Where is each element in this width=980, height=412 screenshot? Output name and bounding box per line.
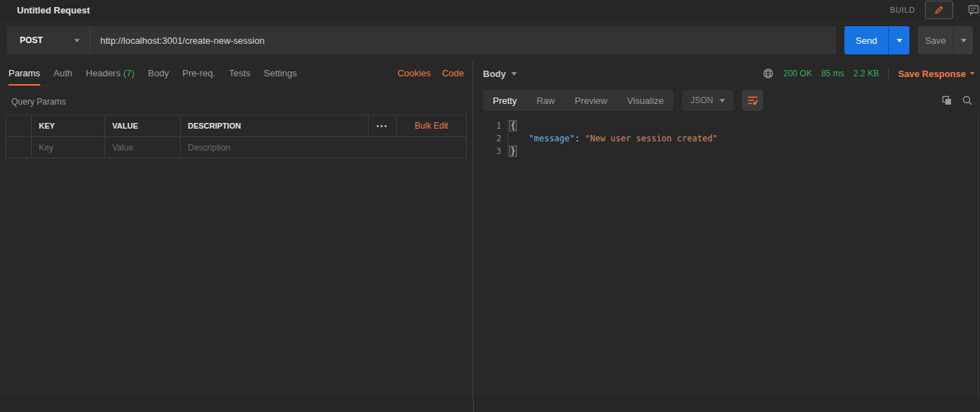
cookies-link[interactable]: Cookies: [398, 68, 431, 78]
save-button[interactable]: Save: [918, 26, 953, 54]
code-line: 2 "message": "New user session created": [473, 132, 980, 145]
column-header-description: DESCRIPTION: [181, 115, 369, 136]
request-panel: Params Auth Headers (7) Body Pre-req. Te…: [0, 61, 473, 412]
format-dropdown[interactable]: JSON: [682, 90, 734, 111]
bottom-status-strip: [0, 398, 980, 412]
response-time: 85 ms: [821, 69, 844, 78]
table-header-row: KEY VALUE DESCRIPTION ••• Bulk Edit: [6, 115, 466, 136]
send-button[interactable]: Send: [844, 26, 888, 54]
response-toolbar: Pretty Raw Preview Visualize JSON: [473, 86, 980, 114]
method-selector[interactable]: POST: [7, 26, 90, 54]
app-header: Untitled Request BUILD: [0, 0, 980, 20]
chevron-down-icon: [74, 39, 80, 42]
param-description-input[interactable]: [188, 143, 459, 153]
save-split-button: Save: [918, 26, 973, 54]
copy-button[interactable]: [941, 95, 952, 106]
tab-auth[interactable]: Auth: [54, 61, 73, 86]
column-header-key: KEY: [32, 115, 105, 136]
pencil-icon: [933, 4, 945, 16]
send-options-button[interactable]: [888, 26, 909, 54]
url-input[interactable]: [90, 35, 836, 46]
view-mode-tabs: Pretty Raw Preview Visualize: [483, 90, 674, 111]
method-label: POST: [20, 35, 43, 45]
line-number: 1: [473, 119, 501, 132]
divider: [888, 69, 889, 79]
code-link[interactable]: Code: [442, 68, 464, 78]
request-tabs: Params Auth Headers (7) Body Pre-req. Te…: [0, 61, 472, 86]
tab-body[interactable]: Body: [148, 61, 169, 86]
code-line: 1 {: [473, 119, 980, 132]
query-params-table: KEY VALUE DESCRIPTION ••• Bulk Edit: [6, 114, 467, 158]
bulk-edit-button[interactable]: Bulk Edit: [397, 115, 466, 136]
line-number: 2: [473, 132, 501, 145]
tab-pre-request[interactable]: Pre-req.: [182, 61, 215, 86]
page-title: Untitled Request: [17, 5, 90, 16]
headers-count-badge: (7): [124, 68, 135, 78]
tab-tests[interactable]: Tests: [229, 61, 250, 86]
column-header-value: VALUE: [105, 115, 181, 136]
table-row: [6, 136, 466, 158]
response-body-editor[interactable]: 1 { 2 "message": "New user session creat…: [473, 114, 980, 158]
comment-icon: [967, 4, 980, 16]
response-panel: Body 200 OK 85 ms 2.2 KB Save Response P…: [473, 61, 980, 412]
url-bar: POST: [7, 26, 836, 54]
copy-icon: [941, 95, 952, 106]
query-params-title: Query Params: [0, 86, 472, 114]
tab-settings[interactable]: Settings: [264, 61, 297, 86]
view-tab-pretty[interactable]: Pretty: [483, 90, 527, 111]
param-value-input[interactable]: [112, 143, 173, 153]
panel-divider: [473, 398, 474, 412]
search-button[interactable]: [962, 95, 973, 106]
status-badge: 200 OK: [783, 69, 812, 78]
save-response-button[interactable]: Save Response: [898, 69, 974, 79]
chevron-down-icon: [719, 99, 725, 102]
tab-params[interactable]: Params: [8, 61, 40, 86]
wrap-lines-icon: [747, 95, 758, 106]
chevron-down-icon: [961, 39, 967, 42]
ellipsis-icon: •••: [376, 122, 388, 130]
search-icon: [962, 95, 973, 106]
build-label: BUILD: [890, 6, 915, 14]
response-body-dropdown[interactable]: Body: [483, 69, 517, 79]
save-options-button[interactable]: [953, 26, 973, 54]
chevron-down-icon: [511, 72, 517, 76]
param-key-input[interactable]: [39, 143, 97, 153]
tab-headers[interactable]: Headers (7): [86, 61, 135, 86]
chevron-down-icon: [897, 39, 902, 42]
view-tab-raw[interactable]: Raw: [527, 90, 565, 111]
code-line: 3 }: [473, 145, 980, 158]
select-all-cell[interactable]: [6, 115, 32, 136]
response-size: 2.2 KB: [854, 69, 879, 78]
line-number: 3: [473, 145, 501, 158]
more-options-button[interactable]: •••: [369, 115, 397, 136]
view-tab-preview[interactable]: Preview: [565, 90, 617, 111]
comment-button[interactable]: [963, 1, 980, 19]
send-split-button: Send: [844, 26, 909, 54]
globe-icon[interactable]: [763, 68, 774, 79]
response-header: Body 200 OK 85 ms 2.2 KB Save Response: [473, 61, 980, 86]
edit-request-button[interactable]: [925, 1, 953, 19]
wrap-lines-button[interactable]: [742, 90, 763, 111]
row-select-cell[interactable]: [6, 137, 32, 158]
request-bar: POST Send Save: [0, 20, 980, 61]
chevron-down-icon: [970, 72, 974, 75]
editor-scrollbar-track[interactable]: [978, 114, 979, 397]
view-tab-visualize[interactable]: Visualize: [617, 90, 674, 111]
